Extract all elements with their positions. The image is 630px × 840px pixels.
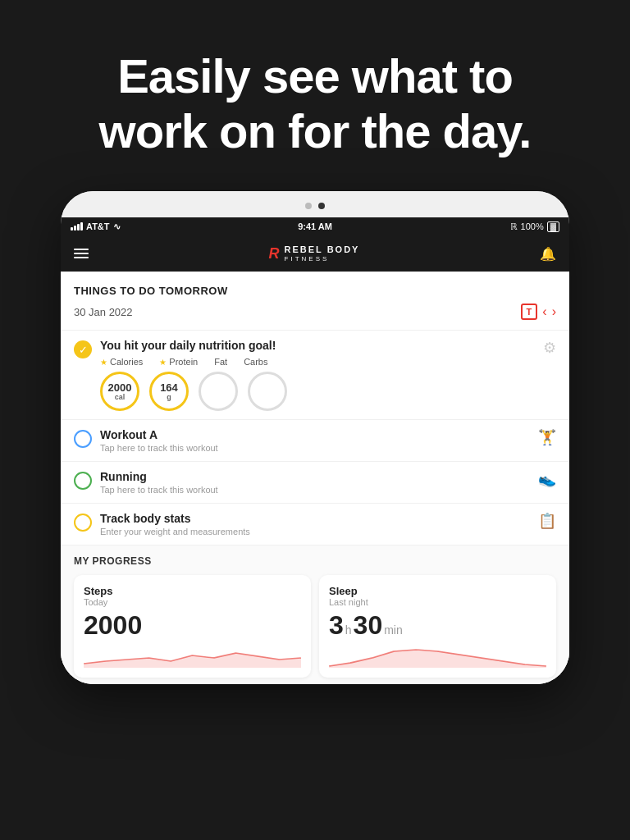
workout-task[interactable]: Workout A Tap here to track this workout… xyxy=(61,419,569,461)
bodystats-right-icon: 📋 xyxy=(538,512,556,530)
pagination-dots xyxy=(61,191,569,217)
running-task[interactable]: Running Tap here to track this workout 👟 xyxy=(61,461,569,503)
bodystats-task[interactable]: Track body stats Enter your weight and m… xyxy=(61,503,569,545)
protein-star: ★ xyxy=(159,358,167,367)
steps-card-title: Steps xyxy=(84,585,301,597)
bodystats-content: Track body stats Enter your weight and m… xyxy=(100,512,532,536)
nutrition-task[interactable]: ✓ You hit your daily nutrition goal! ★ C… xyxy=(61,330,569,419)
nutrition-right-icon: ⚙ xyxy=(543,339,556,357)
workout-subtitle: Tap here to track this workout xyxy=(100,443,532,453)
steps-card-sub: Today xyxy=(84,597,301,607)
section-header: THINGS TO DO TOMORROW xyxy=(61,272,569,300)
status-time: 9:41 AM xyxy=(298,221,332,231)
sleep-minutes-unit: min xyxy=(384,623,403,637)
running-content: Running Tap here to track this workout xyxy=(100,470,532,495)
running-subtitle: Tap here to track this workout xyxy=(100,485,532,495)
next-arrow[interactable]: › xyxy=(552,304,556,319)
nutrition-content: You hit your daily nutrition goal! ★ Cal… xyxy=(100,339,536,411)
app-content: THINGS TO DO TOMORROW 30 Jan 2022 T ‹ › … xyxy=(61,272,569,684)
battery-icon: ▓ xyxy=(547,221,559,232)
sleep-card-sub: Last night xyxy=(329,597,546,607)
fat-circle xyxy=(199,372,238,411)
running-check-icon xyxy=(74,472,92,490)
signal-icon xyxy=(71,222,83,231)
hero-title: Easily see what towork on for the day. xyxy=(49,49,581,158)
nutrition-circles: 2000 cal 164 g xyxy=(100,372,536,411)
wifi-icon: ∿ xyxy=(113,221,121,232)
progress-title: MY PROGRESS xyxy=(74,555,556,567)
protein-circle: 164 g xyxy=(149,372,189,411)
workout-right-icon: 🏋 xyxy=(538,428,556,446)
nutrition-labels: ★ Calories ★ Protein Fat Carbs xyxy=(100,357,536,367)
notification-button[interactable]: 🔔 xyxy=(540,246,556,262)
logo-top: REBEL BODY xyxy=(285,244,360,255)
section-title: THINGS TO DO TOMORROW xyxy=(74,285,556,297)
running-title: Running xyxy=(100,470,532,483)
phone-container: AT&T ∿ 9:41 AM ℝ 100% ▓ R REBEL BODY FIT xyxy=(0,191,630,684)
sleep-hours-unit: h xyxy=(345,623,352,637)
status-right: ℝ 100% ▓ xyxy=(510,221,559,232)
workout-check-icon xyxy=(74,430,92,448)
running-right-icon: 👟 xyxy=(538,470,556,488)
bodystats-check-icon xyxy=(74,514,92,532)
menu-button[interactable] xyxy=(74,249,89,258)
calories-text: Calories xyxy=(110,357,143,367)
sleep-minutes: 30 xyxy=(354,612,383,638)
hero-section: Easily see what towork on for the day. xyxy=(0,0,630,191)
nutrition-title: You hit your daily nutrition goal! xyxy=(100,339,536,352)
steps-value: 2000 xyxy=(84,612,301,638)
protein-label: ★ Protein xyxy=(159,357,198,367)
logo-r-icon: R xyxy=(269,245,280,262)
carrier-text: AT&T xyxy=(86,221,110,231)
logo-text-block: REBEL BODY FITNESS xyxy=(285,244,360,262)
carbs-text: Carbs xyxy=(244,357,267,367)
calories-value: 2000 xyxy=(108,382,132,393)
nutrition-check-icon: ✓ xyxy=(74,340,92,358)
logo-sub: FITNESS xyxy=(285,255,360,262)
phone-frame: AT&T ∿ 9:41 AM ℝ 100% ▓ R REBEL BODY FIT xyxy=(61,191,569,684)
progress-cards: Steps Today 2000 Sleep Last xyxy=(74,575,556,678)
bodystats-title: Track body stats xyxy=(100,512,532,525)
sleep-chart xyxy=(329,643,546,668)
carbs-label: Carbs xyxy=(244,357,267,367)
calories-circle: 2000 cal xyxy=(100,372,139,411)
carbs-circle xyxy=(248,372,287,411)
steps-chart xyxy=(84,643,301,668)
protein-unit: g xyxy=(167,393,171,401)
protein-text: Protein xyxy=(169,357,198,367)
battery-text: 100% xyxy=(521,221,544,231)
bodystats-subtitle: Enter your weight and measurements xyxy=(100,527,532,536)
steps-card: Steps Today 2000 xyxy=(74,575,311,678)
workout-title: Workout A xyxy=(100,428,532,441)
fat-text: Fat xyxy=(214,357,227,367)
today-button[interactable]: T xyxy=(521,304,538,320)
prev-arrow[interactable]: ‹ xyxy=(542,304,546,319)
fat-label: Fat xyxy=(214,357,227,367)
page-dot-2 xyxy=(318,203,325,209)
protein-value: 164 xyxy=(160,382,178,393)
workout-content: Workout A Tap here to track this workout xyxy=(100,428,532,453)
status-bar: AT&T ∿ 9:41 AM ℝ 100% ▓ xyxy=(61,217,569,235)
calories-unit: cal xyxy=(115,393,126,401)
sleep-hours: 3 xyxy=(329,612,344,638)
sleep-card-title: Sleep xyxy=(329,585,546,597)
app-logo: R REBEL BODY FITNESS xyxy=(269,244,360,262)
date-row: 30 Jan 2022 T ‹ › xyxy=(61,300,569,330)
app-header: R REBEL BODY FITNESS 🔔 xyxy=(61,235,569,272)
date-controls: T ‹ › xyxy=(521,304,556,320)
calories-label: ★ Calories xyxy=(100,357,143,367)
sleep-value-row: 3 h 30 min xyxy=(329,612,546,638)
progress-section: MY PROGRESS Steps Today 2000 xyxy=(61,545,569,684)
page-dot-1 xyxy=(305,203,312,209)
calories-star: ★ xyxy=(100,358,107,367)
status-left: AT&T ∿ xyxy=(71,221,121,232)
bluetooth-icon: ℝ xyxy=(510,221,518,232)
sleep-card: Sleep Last night 3 h 30 min xyxy=(319,575,556,678)
date-display: 30 Jan 2022 xyxy=(74,306,133,318)
